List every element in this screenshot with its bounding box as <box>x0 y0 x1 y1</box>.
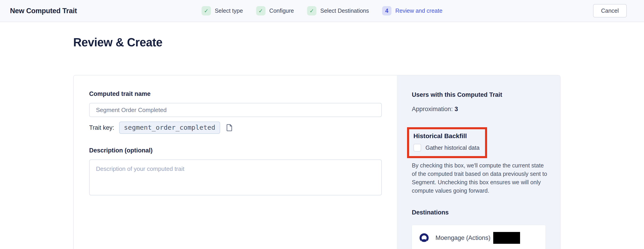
page-title: Review & Create <box>73 36 644 49</box>
review-card: Computed trait name Trait key: segment_o… <box>73 75 560 249</box>
destination-name: Moengage (Actions) <box>436 235 490 242</box>
destinations-heading: Destinations <box>412 209 548 216</box>
check-icon: ✓ <box>256 6 266 15</box>
step-select-type[interactable]: ✓ Select type <box>202 6 243 15</box>
top-bar: New Computed Trait ✓ Select type ✓ Confi… <box>0 0 644 22</box>
check-icon: ✓ <box>307 6 316 15</box>
step-select-destinations[interactable]: ✓ Select Destinations <box>307 6 369 15</box>
moengage-logo-icon <box>420 233 429 243</box>
step-configure[interactable]: ✓ Configure <box>256 6 294 15</box>
approximation-label: Approximation: <box>412 106 453 112</box>
redacted-text-box <box>493 232 520 244</box>
users-heading: Users with this Computed Trait <box>412 91 548 98</box>
trait-key-value-chip: segment_order_completed <box>119 122 220 134</box>
window-title: New Computed Trait <box>10 7 77 15</box>
trait-name-label: Computed trait name <box>89 90 382 97</box>
description-label: Description (optional) <box>89 147 382 154</box>
trait-name-input[interactable] <box>89 103 382 117</box>
copy-document-icon[interactable] <box>226 124 233 132</box>
summary-pane: Users with this Computed Trait Approxima… <box>397 75 560 249</box>
check-icon: ✓ <box>202 6 211 15</box>
backfill-checkbox-row: Gather historical data <box>414 144 483 152</box>
description-textarea[interactable] <box>89 160 382 195</box>
cancel-button[interactable]: Cancel <box>593 4 627 17</box>
step-review-and-create[interactable]: 4 Review and create <box>382 6 442 15</box>
step-label: Review and create <box>396 7 442 14</box>
trait-key-row: Trait key: segment_order_completed <box>89 122 382 134</box>
backfill-description: By checking this box, we'll compute the … <box>412 161 548 195</box>
step-label: Select Destinations <box>320 7 369 14</box>
wizard-stepper: ✓ Select type ✓ Configure ✓ Select Desti… <box>202 0 442 21</box>
description-block: Description (optional) <box>89 147 382 196</box>
historical-backfill-heading: Historical Backfill <box>414 132 483 140</box>
form-pane: Computed trait name Trait key: segment_o… <box>74 75 397 249</box>
gather-historical-data-checkbox[interactable] <box>414 144 421 152</box>
gather-historical-data-label: Gather historical data <box>426 145 480 151</box>
destination-card[interactable]: Moengage (Actions) <box>412 225 546 249</box>
approximation-row: Approximation:3 <box>412 106 548 113</box>
approximation-value: 3 <box>454 106 458 112</box>
step-label: Configure <box>269 7 294 14</box>
annotation-highlight-box: Historical Backfill Gather historical da… <box>407 127 487 158</box>
step-label: Select type <box>215 7 243 14</box>
step-number-badge: 4 <box>382 6 392 15</box>
trait-key-label: Trait key: <box>89 124 114 131</box>
